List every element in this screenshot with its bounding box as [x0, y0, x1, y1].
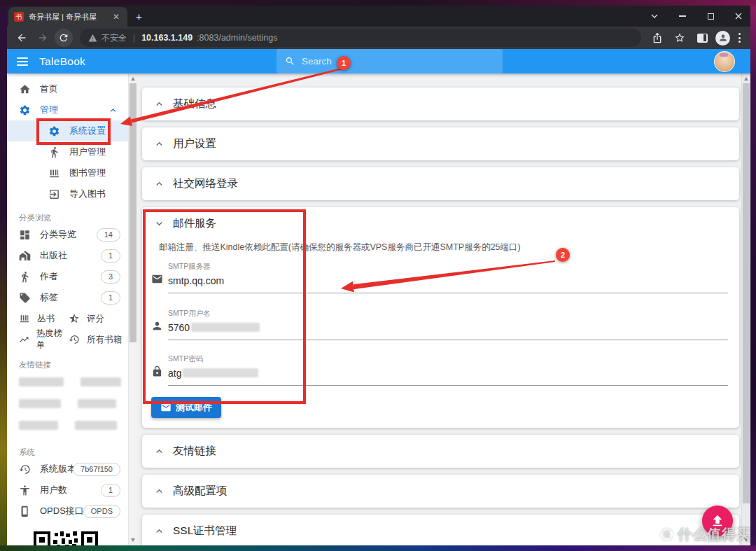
window-maximize-button[interactable]	[706, 11, 715, 21]
card-friend-links[interactable]: 友情链接	[142, 435, 739, 468]
badge-count: 14	[97, 228, 120, 242]
new-tab-button[interactable]: +	[136, 11, 142, 22]
sidebar-item-tags[interactable]: 标签 1	[7, 287, 128, 308]
reload-button[interactable]	[55, 29, 73, 47]
sidebar-item-book-management[interactable]: 图书管理	[7, 162, 128, 183]
card-basic-info[interactable]: 基础信息	[142, 88, 739, 120]
sidebar-item-all-books[interactable]: 所有书籍	[69, 334, 122, 346]
scroll-down-icon[interactable]	[744, 538, 748, 542]
email-icon	[160, 402, 172, 413]
sidebar-item-series[interactable]: 丛书	[7, 313, 69, 325]
page-scrollbar-thumb[interactable]	[743, 83, 750, 503]
window-minimize-button[interactable]	[678, 11, 687, 21]
mail-card-header[interactable]: 邮件服务	[142, 207, 739, 240]
bookmark-star-icon[interactable]	[671, 29, 689, 47]
chevron-up-icon	[153, 525, 165, 537]
card-user-settings[interactable]: 用户设置	[142, 127, 739, 160]
star-half-icon	[69, 313, 80, 324]
sidebar-item-system-settings[interactable]: 系统设置	[7, 120, 128, 141]
address-bar[interactable]: 不安全 | 10.163.1.149 :8083/admin/settings	[80, 29, 641, 47]
sidebar-item-authors[interactable]: 作者 3	[7, 266, 128, 287]
opds-badge: OPDS	[83, 505, 120, 518]
desktop-wallpaper-left	[0, 6, 7, 545]
card-mail-service: 邮件服务 邮箱注册、推送Kindle依赖此配置(请确保您的服务器或VPS服务商已…	[142, 207, 739, 428]
annotation-step-2: 2	[556, 248, 570, 262]
input-underline	[168, 340, 728, 340]
person-icon	[19, 484, 31, 496]
blurred-link[interactable]	[80, 377, 121, 386]
window-close-button[interactable]	[734, 11, 743, 21]
sidebar-item-rating[interactable]: 评分	[69, 313, 104, 325]
mail-description: 邮箱注册、推送Kindle依赖此配置(请确保您的服务器或VPS服务商已开通SMT…	[142, 240, 739, 253]
blurred-link[interactable]	[78, 399, 116, 408]
search-input[interactable]: Search	[276, 49, 503, 74]
profile-icon[interactable]	[715, 31, 730, 46]
email-icon	[151, 273, 163, 285]
chevron-up-icon	[153, 98, 165, 110]
sidebar-item-publishers[interactable]: 出版社 1	[7, 245, 128, 266]
test-mail-button[interactable]: 测试邮件	[151, 397, 221, 418]
badge-count: 1	[101, 249, 120, 263]
browser-window: 书 奇异书屋 | 奇异书屋 ✕ + 不安全 | 10.163.1.149 :80…	[7, 6, 750, 545]
tab-close-icon[interactable]: ✕	[111, 11, 122, 22]
smtp-server-field[interactable]: SMTP服务器 smtp.qq.com	[142, 262, 739, 293]
desktop-wallpaper-top	[0, 0, 756, 6]
user-count-badge: 1	[101, 484, 120, 497]
share-icon[interactable]	[648, 29, 666, 47]
scroll-down-icon[interactable]	[131, 538, 135, 542]
sidebar: 首页 管理 系统设置 用户管理 图书管理	[7, 74, 128, 545]
redacted-text	[183, 368, 258, 377]
input-underline	[168, 293, 728, 293]
trending-icon	[19, 334, 29, 345]
smtp-username-field[interactable]: SMTP用户名 5760	[142, 309, 739, 340]
sidebar-item-hot-list[interactable]: 热度榜单	[7, 328, 69, 351]
friend-links-row[interactable]	[7, 393, 128, 414]
back-button[interactable]	[13, 29, 31, 47]
series-icon	[19, 313, 30, 324]
tab-favicon-icon: 书	[14, 12, 24, 22]
scroll-top-fab[interactable]	[702, 505, 733, 536]
library-icon	[48, 167, 60, 179]
badge-count: 3	[101, 270, 120, 284]
scroll-up-icon[interactable]	[744, 77, 748, 81]
annotation-step-1: 1	[337, 56, 351, 70]
user-avatar[interactable]	[714, 51, 735, 72]
card-social-login[interactable]: 社交网络登录	[142, 167, 739, 200]
scroll-up-icon[interactable]	[131, 77, 135, 81]
chevron-up-icon	[153, 445, 165, 457]
sidebar-item-opds[interactable]: OPDS接口 OPDS	[7, 501, 128, 522]
card-advanced-config[interactable]: 高级配置项	[142, 475, 739, 508]
friend-links-row[interactable]	[7, 414, 128, 436]
sidebar-item-user-count: 用户数 1	[7, 480, 128, 501]
qr-code	[34, 531, 98, 545]
friend-links-row[interactable]	[7, 371, 128, 393]
author-icon	[19, 271, 31, 283]
chevron-down-icon	[153, 218, 165, 230]
side-panel-icon[interactable]	[693, 29, 711, 47]
window-chevron-icon[interactable]	[650, 11, 659, 21]
blurred-link[interactable]	[75, 421, 117, 430]
tab-title: 奇异书屋 | 奇异书屋	[29, 12, 106, 22]
card-ssl-management[interactable]: SSL证书管理	[142, 515, 739, 545]
browser-tab[interactable]: 书 奇异书屋 | 奇异书屋 ✕	[8, 7, 127, 27]
sidebar-item-import-books[interactable]: 导入图书	[7, 183, 128, 204]
sidebar-item-admin[interactable]: 管理	[7, 99, 128, 120]
page-scrollbar[interactable]	[741, 74, 750, 545]
version-badge: 7b67f150	[73, 463, 120, 476]
blurred-link[interactable]	[19, 421, 58, 430]
chevron-up-icon	[153, 138, 165, 150]
sidebar-item-categories[interactable]: 分类导览 14	[7, 224, 128, 245]
sidebar-scrollbar-thumb[interactable]	[130, 83, 136, 342]
menu-hamburger-icon[interactable]	[17, 57, 28, 66]
chevron-up-icon	[153, 178, 165, 190]
browser-menu-icon[interactable]	[734, 33, 745, 43]
blurred-link[interactable]	[19, 399, 61, 408]
sidebar-item-user-management[interactable]: 用户管理	[7, 141, 128, 162]
blurred-link[interactable]	[19, 377, 64, 386]
sidebar-item-home[interactable]: 首页	[7, 78, 128, 99]
forward-button[interactable]	[34, 29, 52, 47]
sidebar-scrollbar[interactable]	[128, 74, 137, 545]
url-separator: |	[133, 33, 135, 43]
security-warning-label: 不安全	[102, 32, 127, 44]
smtp-password-field[interactable]: SMTP密码 atg	[142, 354, 739, 386]
